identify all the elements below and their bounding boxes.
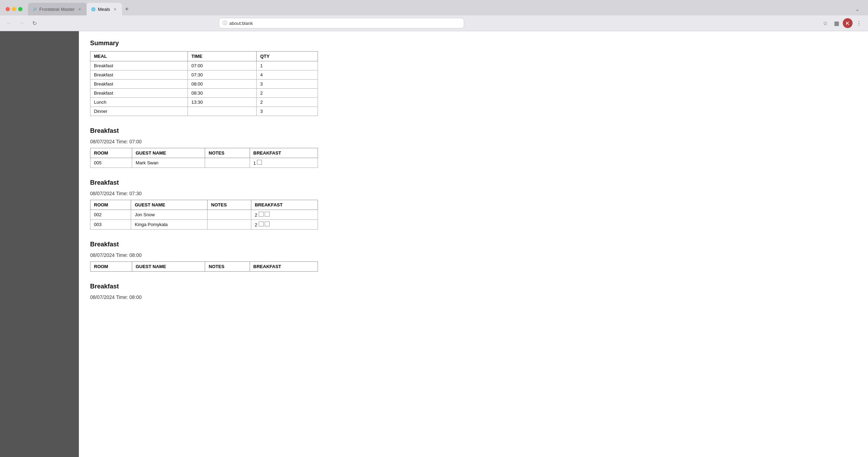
reload-button[interactable]: ↻ <box>29 18 39 28</box>
summary-qty: 2 <box>257 89 318 98</box>
col-breakfast: BREAKFAST <box>250 262 318 272</box>
cell-notes <box>208 220 251 230</box>
summary-meal: Breakfast <box>90 70 188 80</box>
section-s2: Breakfast 08/07/2024 Time: 07:30 ROOM GU… <box>90 179 857 230</box>
back-button[interactable]: ← <box>4 18 14 28</box>
col-notes: NOTES <box>205 262 250 272</box>
table-row: Breakfast 07:30 4 <box>90 70 318 80</box>
cell-notes <box>205 158 250 168</box>
table-row: 005 Mark Swan 1 <box>90 158 318 168</box>
section-heading-s1: Breakfast <box>90 127 857 135</box>
summary-col-meal: MEAL <box>90 52 188 61</box>
summary-qty: 4 <box>257 70 318 80</box>
cell-room: 003 <box>90 220 131 230</box>
meal-checkbox[interactable] <box>259 212 264 217</box>
tab-label-meals: Meals <box>98 7 110 12</box>
tab-close-meals[interactable]: ✕ <box>112 6 118 12</box>
address-bar[interactable]: ⓘ about:blank <box>219 18 464 28</box>
new-tab-button[interactable]: + <box>122 4 132 14</box>
maximize-button[interactable] <box>18 7 22 11</box>
summary-col-time: TIME <box>188 52 257 61</box>
summary-time: 07:30 <box>188 70 257 80</box>
meal-checkbox[interactable] <box>265 212 270 217</box>
cell-breakfast: 2 <box>251 210 318 220</box>
tab-close-frontdesk[interactable]: ✕ <box>77 6 82 12</box>
breakfast-0800-subtitle: 08/07/2024 Time: 08:00 <box>90 294 857 300</box>
table-row: Breakfast 07:00 1 <box>90 61 318 70</box>
summary-qty: 3 <box>257 107 318 116</box>
section-heading-s3: Breakfast <box>90 241 857 248</box>
table-row: 002 Jon Snow 2 <box>90 210 318 220</box>
tab-row: 🔗 Frontdesk Master ✕ 🌐 Meals ✕ + <box>28 3 132 15</box>
section-heading-s2: Breakfast <box>90 179 857 186</box>
col-guest: GUEST NAME <box>131 200 208 210</box>
col-room: ROOM <box>90 200 131 210</box>
breakfast-0800-section: Breakfast 08/07/2024 Time: 08:00 <box>90 283 857 300</box>
summary-time: 13:30 <box>188 98 257 107</box>
summary-time <box>188 107 257 116</box>
tab-favicon-frontdesk: 🔗 <box>32 7 37 12</box>
menu-button[interactable]: ⋮ <box>854 18 864 28</box>
table-row: 003 Kinga Pomykala 2 <box>90 220 318 230</box>
cell-breakfast: 1 <box>250 158 318 168</box>
summary-title: Summary <box>90 40 857 47</box>
browser-chrome: 🔗 Frontdesk Master ✕ 🌐 Meals ✕ + ⌄ ← → ↻… <box>0 0 868 31</box>
col-room: ROOM <box>90 262 132 272</box>
col-notes: NOTES <box>208 200 251 210</box>
col-breakfast: BREAKFAST <box>250 148 318 158</box>
browser-content: Summary MEAL TIME QTY Breakfast 07:00 1 … <box>0 31 868 457</box>
detail-table-s1: ROOM GUEST NAME NOTES BREAKFAST 005 Mark… <box>90 148 318 168</box>
section-subtitle-s1: 08/07/2024 Time: 07:00 <box>90 139 857 144</box>
page-content: Summary MEAL TIME QTY Breakfast 07:00 1 … <box>79 31 868 457</box>
summary-meal: Breakfast <box>90 61 188 70</box>
address-bar-actions: ☆ ▦ K ⋮ <box>820 18 864 28</box>
tabs-chevron-button[interactable]: ⌄ <box>853 4 862 14</box>
table-row: Lunch 13:30 2 <box>90 98 318 107</box>
info-icon: ⓘ <box>223 20 227 26</box>
tab-label-frontdesk: Frontdesk Master <box>39 7 75 12</box>
table-row: Breakfast 08:30 2 <box>90 89 318 98</box>
sidebar <box>0 31 79 457</box>
table-row: Dinner 3 <box>90 107 318 116</box>
col-guest: GUEST NAME <box>132 262 205 272</box>
forward-button[interactable]: → <box>17 18 27 28</box>
detail-table-s3: ROOM GUEST NAME NOTES BREAKFAST <box>90 261 318 272</box>
summary-table: MEAL TIME QTY Breakfast 07:00 1 Breakfas… <box>90 51 318 116</box>
tab-favicon-meals: 🌐 <box>91 7 96 12</box>
section-subtitle-s2: 08/07/2024 Time: 07:30 <box>90 191 857 196</box>
section-s1: Breakfast 08/07/2024 Time: 07:00 ROOM GU… <box>90 127 857 168</box>
breakfast-0800-title: Breakfast <box>90 283 857 290</box>
cell-guest: Kinga Pomykala <box>131 220 208 230</box>
detail-sections: Breakfast 08/07/2024 Time: 07:00 ROOM GU… <box>90 127 857 272</box>
tab-meals[interactable]: 🌐 Meals ✕ <box>87 3 122 15</box>
extensions-button[interactable]: ▦ <box>832 18 841 28</box>
summary-qty: 1 <box>257 61 318 70</box>
col-room: ROOM <box>90 148 132 158</box>
section-s3: Breakfast 08/07/2024 Time: 08:00 ROOM GU… <box>90 241 857 272</box>
detail-table-s2: ROOM GUEST NAME NOTES BREAKFAST 002 Jon … <box>90 200 318 230</box>
tab-frontdesk-master[interactable]: 🔗 Frontdesk Master ✕ <box>28 3 87 15</box>
minimize-button[interactable] <box>12 7 16 11</box>
summary-time: 08:30 <box>188 89 257 98</box>
summary-col-qty: QTY <box>257 52 318 61</box>
summary-section: Summary MEAL TIME QTY Breakfast 07:00 1 … <box>90 40 857 116</box>
bookmark-button[interactable]: ☆ <box>820 18 830 28</box>
cell-guest: Mark Swan <box>132 158 205 168</box>
summary-qty: 2 <box>257 98 318 107</box>
close-button[interactable] <box>6 7 10 11</box>
address-text: about:blank <box>229 21 460 26</box>
traffic-lights <box>3 7 25 11</box>
col-breakfast: BREAKFAST <box>251 200 318 210</box>
profile-avatar[interactable]: K <box>843 18 853 28</box>
cell-room: 005 <box>90 158 132 168</box>
tab-bar: 🔗 Frontdesk Master ✕ 🌐 Meals ✕ + ⌄ <box>0 0 868 15</box>
summary-time: 08:00 <box>188 80 257 89</box>
summary-meal: Dinner <box>90 107 188 116</box>
meal-checkbox[interactable] <box>259 221 264 226</box>
summary-meal: Breakfast <box>90 89 188 98</box>
meal-checkbox[interactable] <box>265 221 270 226</box>
table-row: Breakfast 08:00 3 <box>90 80 318 89</box>
meal-checkbox[interactable] <box>257 160 262 165</box>
section-subtitle-s3: 08/07/2024 Time: 08:00 <box>90 252 857 258</box>
col-notes: NOTES <box>205 148 250 158</box>
